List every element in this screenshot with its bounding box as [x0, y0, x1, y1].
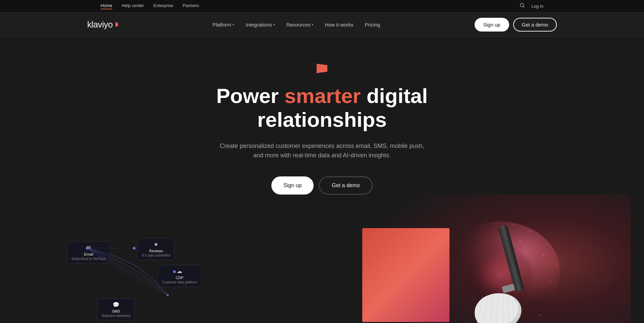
- main-nav-links: Platform ▾ Integrations ▾ Resources ▾ Ho…: [208, 19, 385, 30]
- nav-platform[interactable]: Platform ▾: [208, 19, 239, 30]
- hero-title: Power smarter digital relationships: [171, 84, 473, 132]
- brush-svg: [466, 225, 560, 323]
- chevron-down-icon: ▾: [312, 23, 313, 26]
- svg-point-22: [472, 290, 521, 323]
- logo-text: klaviyo: [87, 19, 113, 30]
- svg-point-0: [520, 3, 524, 7]
- hero-flag-icon: [317, 64, 327, 73]
- svg-line-3: [87, 248, 154, 272]
- flow-visualization: ✉ Email Subscribed to HerFace ★ Reviews …: [47, 228, 215, 323]
- nav-how-it-works[interactable]: How it works: [320, 19, 358, 30]
- hero-signup-button[interactable]: Sign up: [271, 176, 314, 195]
- topbar-home-link[interactable]: Home: [101, 3, 112, 9]
- top-bar-nav: Home Help center Enterprise Partners: [101, 3, 199, 9]
- nav-cta: Sign up Get a demo: [475, 18, 557, 32]
- topbar-enterprise-link[interactable]: Enterprise: [153, 3, 173, 9]
- brush-area: [362, 215, 564, 323]
- hero-demo-button[interactable]: Get a demo: [319, 176, 373, 195]
- svg-point-7: [173, 270, 176, 273]
- topbar-partners-link[interactable]: Partners: [182, 3, 199, 9]
- logo[interactable]: klaviyo: [87, 19, 118, 30]
- svg-point-8: [167, 294, 169, 296]
- nav-resources[interactable]: Resources ▾: [282, 19, 318, 30]
- search-button[interactable]: [520, 3, 525, 9]
- svg-line-1: [523, 6, 524, 7]
- chevron-down-icon: ▾: [232, 23, 234, 26]
- topbar-help-link[interactable]: Help center: [122, 3, 144, 9]
- nav-integrations[interactable]: Integrations ▾: [241, 19, 279, 30]
- hero-subtitle: Create personalized customer experiences…: [218, 141, 426, 161]
- nav-demo-button[interactable]: Get a demo: [513, 18, 557, 32]
- hero-section: Power smarter digital relationships Crea…: [0, 37, 644, 323]
- svg-point-5: [86, 247, 89, 250]
- svg-rect-19: [498, 225, 525, 292]
- svg-rect-20: [502, 284, 515, 293]
- flow-lines-svg: [47, 228, 215, 323]
- logo-flag-icon: [115, 22, 118, 27]
- main-nav: klaviyo Platform ▾ Integrations ▾ Resour…: [0, 12, 644, 37]
- chevron-down-icon: ▾: [273, 23, 275, 26]
- svg-line-4: [134, 248, 174, 272]
- nav-signup-button[interactable]: Sign up: [475, 18, 509, 32]
- hero-buttons: Sign up Get a demo: [13, 176, 631, 195]
- hero-visual: ✉ Email Subscribed to HerFace ★ Reviews …: [13, 221, 631, 323]
- top-bar-right: Log in: [520, 3, 543, 9]
- svg-point-6: [133, 247, 136, 250]
- login-link[interactable]: Log in: [532, 4, 543, 9]
- nav-pricing[interactable]: Pricing: [360, 19, 385, 30]
- top-bar: Home Help center Enterprise Partners Log…: [0, 0, 644, 12]
